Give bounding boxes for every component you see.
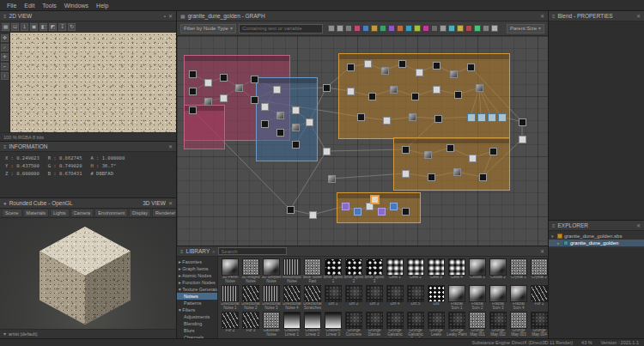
node-tool-icon[interactable] bbox=[345, 25, 352, 32]
library-category-patterns[interactable]: Patterns bbox=[177, 300, 217, 307]
menu-item-edit[interactable]: Edit bbox=[21, 3, 38, 9]
grid-icon[interactable]: ▦ bbox=[2, 23, 9, 31]
graph-node[interactable] bbox=[447, 144, 454, 152]
library-item[interactable]: Gradient Linear 1 bbox=[282, 312, 302, 337]
library-item[interactable]: Grunge Map 003 bbox=[508, 312, 529, 337]
library-item[interactable]: Directional Noise 3 bbox=[261, 285, 282, 311]
graph-node[interactable] bbox=[368, 93, 376, 100]
library-category-filters[interactable]: ▾ Filters bbox=[177, 307, 217, 313]
close-icon[interactable]: ✕ bbox=[168, 14, 173, 19]
library-item[interactable]: Gradient Linear 3 bbox=[323, 312, 343, 337]
library-item[interactable]: Fur 2 bbox=[220, 312, 240, 337]
graph-node[interactable] bbox=[292, 106, 300, 114]
refresh-icon[interactable]: ↻ bbox=[68, 23, 76, 31]
panel-menu-icon[interactable]: ≡ bbox=[180, 249, 184, 254]
graph-node[interactable] bbox=[347, 64, 355, 71]
close-icon[interactable]: ✕ bbox=[636, 14, 641, 19]
graph-node[interactable] bbox=[309, 211, 317, 219]
graph-node[interactable] bbox=[381, 67, 389, 75]
close-icon[interactable]: ✕ bbox=[636, 223, 641, 228]
library-item[interactable]: Dirt 5 bbox=[405, 285, 426, 311]
fit-view-icon[interactable]: ⊡ bbox=[11, 23, 19, 31]
library-item[interactable]: Anisotropic Noise bbox=[282, 258, 302, 284]
library-item[interactable]: 3D Perlin Noise bbox=[220, 258, 240, 284]
library-item[interactable]: Gradient Linear 2 bbox=[302, 312, 323, 337]
graph-node[interactable] bbox=[261, 103, 269, 111]
library-item[interactable]: Grunge Leaks bbox=[426, 312, 447, 337]
panel-menu-icon[interactable]: ≡ bbox=[3, 14, 7, 19]
graph-node[interactable] bbox=[220, 74, 228, 82]
node-tool-icon[interactable] bbox=[465, 25, 472, 32]
library-item[interactable]: Grunge Map 004 bbox=[529, 312, 548, 337]
library-item[interactable]: Dirt 3 bbox=[364, 285, 385, 311]
node-tool-icon[interactable] bbox=[431, 25, 438, 32]
graph-node[interactable] bbox=[189, 70, 197, 78]
library-item[interactable]: Directional Noise 4 bbox=[282, 285, 302, 311]
node-tool-icon[interactable] bbox=[388, 25, 395, 32]
library-item[interactable]: Clouds 2 bbox=[488, 258, 508, 284]
library-item[interactable]: 3D Simplex Noise bbox=[261, 258, 282, 284]
library-item[interactable]: Directional Noise 2 bbox=[240, 285, 261, 311]
graph-search-input[interactable] bbox=[239, 24, 323, 33]
graph-node[interactable] bbox=[402, 208, 410, 215]
node-tool-icon[interactable] bbox=[380, 25, 386, 32]
graph-node[interactable] bbox=[378, 208, 386, 215]
info-tool-icon[interactable]: i bbox=[1, 72, 9, 80]
tab-camera[interactable]: Camera bbox=[70, 209, 94, 217]
graph-node[interactable] bbox=[416, 69, 423, 76]
library-item[interactable]: Cells 2 bbox=[405, 258, 426, 284]
zoom-tool-icon[interactable]: ⌕ bbox=[1, 44, 9, 52]
tab-scene[interactable]: Scene bbox=[2, 209, 22, 217]
library-item[interactable]: Fur 1 bbox=[529, 285, 548, 311]
parent-size-dropdown[interactable]: Parent Size ▾ bbox=[507, 24, 544, 33]
graph-node[interactable] bbox=[306, 118, 313, 126]
library-item[interactable]: Grunge Galvanic Large bbox=[385, 312, 405, 337]
node-tool-icon[interactable] bbox=[337, 25, 343, 32]
graph-node[interactable] bbox=[204, 79, 212, 87]
library-item[interactable]: Directional Scratches bbox=[302, 285, 323, 311]
graph-node[interactable] bbox=[398, 60, 406, 68]
library-item[interactable]: BnW Spots 2 bbox=[343, 258, 364, 284]
library-category-graph-items[interactable]: ▸ Graph Items bbox=[177, 265, 217, 272]
close-icon[interactable]: ✕ bbox=[168, 201, 173, 206]
close-icon[interactable]: ✕ bbox=[540, 14, 544, 19]
library-item[interactable]: Clouds 1 bbox=[467, 258, 488, 284]
library-item[interactable]: Crystal 1 bbox=[508, 258, 529, 284]
library-item[interactable]: Dirt 1 bbox=[323, 285, 343, 311]
shader-preset-label[interactable]: artist (default) bbox=[9, 331, 38, 337]
node-tool-icon[interactable] bbox=[422, 25, 429, 32]
texture-preview-2d[interactable] bbox=[10, 33, 176, 132]
graph-node[interactable] bbox=[519, 136, 526, 143]
close-icon[interactable]: ✕ bbox=[540, 249, 544, 254]
picker-tool-icon[interactable]: ✛ bbox=[1, 53, 9, 61]
graph-node[interactable] bbox=[467, 64, 475, 71]
channels-icon[interactable]: ◧ bbox=[39, 23, 47, 31]
graph-node[interactable] bbox=[276, 112, 284, 119]
graph-node[interactable] bbox=[390, 86, 398, 94]
graph-node[interactable] bbox=[292, 141, 300, 149]
graph-node[interactable] bbox=[251, 76, 258, 83]
library-item[interactable]: Grunge Leaky Paint bbox=[447, 312, 467, 337]
graph-node[interactable] bbox=[323, 148, 331, 155]
graph-node[interactable] bbox=[251, 96, 258, 104]
panel-menu-icon[interactable]: ≡ bbox=[552, 223, 556, 228]
library-category-adjustments[interactable]: Adjustments bbox=[177, 313, 217, 320]
node-tool-icon[interactable] bbox=[457, 25, 464, 32]
library-item[interactable]: Grunge Concrete bbox=[343, 312, 364, 337]
graph-node[interactable] bbox=[450, 70, 458, 78]
graph-node[interactable] bbox=[428, 173, 435, 181]
graph-node[interactable] bbox=[454, 91, 462, 99]
library-item[interactable]: Fur 3 bbox=[240, 312, 261, 337]
chevron-down-icon[interactable]: ▾ bbox=[3, 331, 6, 337]
library-category-atomic-nodes[interactable]: ▸ Atomic Nodes bbox=[177, 272, 217, 279]
graph-node[interactable] bbox=[220, 94, 228, 102]
graph-node[interactable] bbox=[402, 170, 410, 178]
panel-menu-icon[interactable]: ≡ bbox=[3, 144, 7, 149]
graph-node[interactable] bbox=[189, 106, 197, 114]
graph-node[interactable] bbox=[433, 86, 440, 94]
graph-node[interactable] bbox=[498, 113, 507, 122]
graph-node[interactable] bbox=[189, 88, 197, 95]
tab-display[interactable]: Display bbox=[129, 209, 151, 217]
graph-node[interactable] bbox=[371, 196, 379, 203]
node-tool-icon[interactable] bbox=[328, 25, 335, 32]
